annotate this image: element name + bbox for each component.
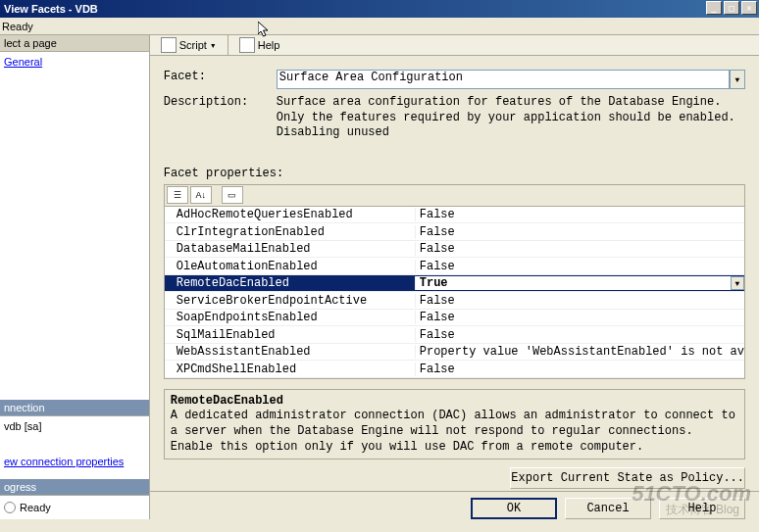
dialog-button-row: OK Cancel Help xyxy=(150,491,759,525)
progress-header: ogress xyxy=(0,479,149,496)
window-buttons: _ □ ✕ xyxy=(706,1,757,15)
minimize-button[interactable]: _ xyxy=(706,1,722,15)
cancel-button[interactable]: Cancel xyxy=(565,498,651,519)
connection-text: vdb [sa] xyxy=(0,418,149,434)
view-connection-properties-link[interactable]: ew connection properties xyxy=(0,454,149,469)
toolbar-separator xyxy=(228,35,228,55)
property-row[interactable]: ClrIntegrationEnabledFalse▼ xyxy=(165,223,744,241)
connection-header: nnection xyxy=(0,400,149,416)
property-pages-button[interactable]: ▭ xyxy=(222,186,243,204)
property-grid: ☰ A↓ ▭ AdHocRemoteQueriesEnabledFalse▼Cl… xyxy=(164,184,745,379)
select-page-header: lect a page xyxy=(0,35,149,52)
maximize-button[interactable]: □ xyxy=(724,1,739,15)
help-text: A dedicated administrator connection (DA… xyxy=(171,409,738,455)
property-row[interactable]: RemoteDacEnabledTrue▼ xyxy=(165,275,744,293)
progress-spinner-icon xyxy=(4,502,16,513)
property-value[interactable]: False xyxy=(416,328,744,342)
close-button[interactable]: ✕ xyxy=(741,1,757,15)
content-pane: Script ▼ Help Facet: Surface Area Config… xyxy=(150,35,759,519)
status-bar-top: Ready xyxy=(0,18,759,35)
property-help-pane: RemoteDacEnabled A dedicated administrat… xyxy=(164,389,745,459)
script-label: Script xyxy=(179,39,207,51)
property-value[interactable]: Property value 'WebAssistantEnabled' is … xyxy=(416,345,744,359)
facet-select[interactable]: Surface Area Configuration xyxy=(277,70,730,89)
property-name: XPCmdShellEnabled xyxy=(165,363,416,376)
property-row[interactable]: OleAutomationEnabledFalse▼ xyxy=(165,258,744,275)
export-policy-button[interactable]: Export Current State as Policy... xyxy=(510,467,745,489)
help-title: RemoteDacEnabled xyxy=(171,394,738,410)
property-value[interactable]: False xyxy=(416,294,744,308)
description-label: Description: xyxy=(164,95,277,141)
description-text: Surface area configuration for features … xyxy=(277,95,745,141)
titlebar: View Facets - VDB _ □ ✕ xyxy=(0,0,759,18)
categorized-button[interactable]: ☰ xyxy=(167,186,188,204)
property-name: SoapEndpointsEnabled xyxy=(165,311,416,324)
window-title: View Facets - VDB xyxy=(2,3,98,15)
property-name: OleAutomationEnabled xyxy=(165,260,416,273)
property-value[interactable]: False xyxy=(416,242,744,256)
content-toolbar: Script ▼ Help xyxy=(150,35,759,56)
property-value[interactable]: False xyxy=(416,208,744,221)
property-row[interactable]: SqlMailEnabledFalse▼ xyxy=(165,326,744,344)
property-row[interactable]: AdHocRemoteQueriesEnabledFalse▼ xyxy=(165,207,744,224)
status-text: Ready xyxy=(2,21,33,32)
property-grid-toolbar: ☰ A↓ ▭ xyxy=(165,185,744,207)
chevron-down-icon: ▼ xyxy=(210,42,217,49)
sidebar-item-general[interactable]: General xyxy=(0,54,149,70)
property-name: RemoteDacEnabled xyxy=(165,276,416,290)
property-value[interactable]: False xyxy=(416,363,744,376)
property-name: DatabaseMailEnabled xyxy=(165,242,416,256)
property-name: ServiceBrokerEndpointActive xyxy=(165,294,416,308)
help-dialog-button[interactable]: Help xyxy=(659,498,745,519)
property-value[interactable]: False xyxy=(416,260,744,273)
property-row[interactable]: WebAssistantEnabledProperty value 'WebAs… xyxy=(165,344,744,362)
progress-text: Ready xyxy=(20,502,51,513)
sidebar: lect a page General nnection vdb [sa] ew… xyxy=(0,35,150,519)
script-icon xyxy=(161,37,177,53)
facet-properties-label: Facet properties: xyxy=(164,167,759,180)
property-row[interactable]: SoapEndpointsEnabledFalse▼ xyxy=(165,310,744,327)
property-name: SqlMailEnabled xyxy=(165,328,416,342)
property-value-dropdown[interactable]: ▼ xyxy=(731,276,744,290)
property-name: AdHocRemoteQueriesEnabled xyxy=(165,208,416,221)
property-row[interactable]: ServiceBrokerEndpointActiveFalse▼ xyxy=(165,292,744,310)
ok-button[interactable]: OK xyxy=(471,498,557,519)
script-button[interactable]: Script ▼ xyxy=(156,35,222,55)
facet-label: Facet: xyxy=(164,70,277,89)
property-row[interactable]: DatabaseMailEnabledFalse▼ xyxy=(165,241,744,259)
help-icon xyxy=(239,37,255,53)
property-name: WebAssistantEnabled xyxy=(165,345,416,359)
property-value[interactable]: False xyxy=(416,311,744,324)
help-button[interactable]: Help xyxy=(234,35,285,55)
help-label: Help xyxy=(258,39,280,51)
property-row[interactable]: XPCmdShellEnabledFalse▼ xyxy=(165,361,744,378)
property-value[interactable]: True xyxy=(416,276,731,290)
property-value[interactable]: False xyxy=(416,225,744,239)
facet-dropdown-button[interactable]: ▼ xyxy=(730,70,745,89)
property-name: ClrIntegrationEnabled xyxy=(165,225,416,239)
alphabetical-button[interactable]: A↓ xyxy=(190,186,212,204)
